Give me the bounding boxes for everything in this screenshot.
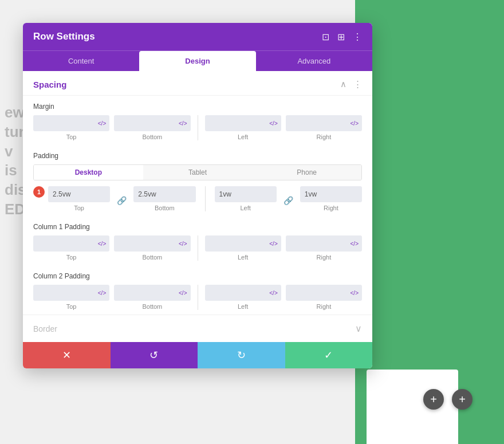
plus-button-2[interactable]: + — [452, 389, 472, 410]
c2-right-col: </> Right — [286, 285, 362, 310]
c2-top-col: </> Top — [33, 285, 109, 310]
pad-bottom-wrap — [133, 186, 195, 202]
padding-pair-right: Left 🔗 Right — [215, 186, 363, 211]
c2-right-wrap: </> — [286, 285, 362, 301]
col1-divider — [198, 235, 198, 261]
c2-left-input[interactable] — [205, 285, 281, 301]
plus-button-1[interactable]: + — [423, 389, 444, 410]
pad-bottom-col: Bottom — [133, 186, 195, 211]
section-icons: ∧ ⋮ — [340, 79, 362, 89]
col1-padding-label: Column 1 Padding — [33, 223, 362, 231]
pad-right-label: Right — [324, 205, 338, 211]
margin-right-col: </> Right — [286, 115, 362, 140]
c1-right-input[interactable] — [286, 235, 362, 252]
margin-pair-right: </> Left </> Right — [205, 115, 363, 140]
pad-left-input[interactable] — [215, 186, 277, 202]
device-tab-tablet[interactable]: Tablet — [143, 165, 253, 180]
col2-padding-label: Column 2 Padding — [33, 272, 362, 280]
padding-label: Padding — [33, 152, 362, 160]
col2-padding-group: Column 2 Padding </> Top </> — [23, 265, 372, 315]
pad-bottom-input[interactable] — [133, 186, 195, 202]
pad-top-input[interactable] — [48, 186, 110, 202]
more-icon[interactable]: ⋮ — [353, 32, 362, 42]
pad-left-label: Left — [240, 205, 250, 211]
c1-left-wrap: </> — [205, 235, 281, 252]
c2-top-label: Top — [66, 303, 77, 310]
c2-right-input[interactable] — [286, 285, 362, 301]
padding-pair-left: Top 🔗 Bottom — [48, 186, 196, 211]
tab-content[interactable]: Content — [23, 51, 139, 71]
margin-right-label: Right — [317, 133, 332, 140]
device-tabs: Desktop Tablet Phone — [33, 164, 362, 180]
margin-left-label: Left — [238, 133, 248, 140]
c1-top-input[interactable] — [33, 235, 109, 252]
spacing-section-header: Spacing ∧ ⋮ — [23, 71, 372, 96]
c2-bottom-wrap: </> — [114, 285, 190, 301]
pad-right-wrap — [300, 186, 362, 202]
header-icons: ⊡ ⊞ ⋮ — [322, 32, 362, 42]
margin-label: Margin — [33, 103, 362, 111]
tab-advanced[interactable]: Advanced — [256, 51, 372, 71]
pad-right-input[interactable] — [300, 186, 362, 202]
responsive-icon[interactable]: ⊡ — [322, 32, 329, 42]
pad-top-col: Top — [48, 186, 110, 211]
margin-divider — [198, 115, 198, 140]
save-button[interactable]: ✓ — [285, 342, 373, 368]
col1-pair-left: </> Top </> Bottom — [33, 235, 191, 261]
row-settings-modal: Row Settings ⊡ ⊞ ⋮ Content Design Advanc… — [23, 23, 372, 368]
c2-left-col: </> Left — [205, 285, 281, 310]
margin-top-input[interactable] — [33, 115, 109, 131]
padding-badge: 1 — [33, 186, 45, 198]
col2-pair-left: </> Top </> Bottom — [33, 285, 191, 310]
margin-right-input[interactable] — [286, 115, 362, 131]
collapse-icon[interactable]: ∧ — [340, 79, 346, 89]
col2-divider — [198, 285, 198, 310]
padding-divider — [205, 186, 206, 211]
border-chevron-icon[interactable]: ∨ — [355, 323, 362, 334]
tab-design[interactable]: Design — [139, 51, 255, 71]
pad-link-right[interactable]: 🔗 — [284, 186, 293, 211]
redo-button[interactable]: ↻ — [198, 342, 285, 368]
c2-right-label: Right — [317, 303, 332, 310]
padding-fields-row: 1 Top 🔗 — [33, 186, 362, 211]
margin-left-input[interactable] — [205, 115, 281, 131]
padding-group: Padding Desktop Tablet Phone 1 Top — [23, 145, 372, 216]
c1-right-wrap: </> — [286, 235, 362, 252]
c2-left-wrap: </> — [205, 285, 281, 301]
col1-pair-right: </> Left </> Right — [205, 235, 363, 261]
pad-link-left[interactable]: 🔗 — [117, 186, 127, 211]
c1-bottom-input[interactable] — [114, 235, 190, 252]
c1-left-input[interactable] — [205, 235, 281, 252]
reset-button[interactable]: ↺ — [111, 342, 198, 368]
margin-bottom-input[interactable] — [114, 115, 190, 131]
margin-left-col: </> Left — [205, 115, 281, 140]
col1-fields-row: </> Top </> Bottom — [33, 235, 362, 261]
margin-top-label: Top — [66, 133, 77, 140]
border-label: Border — [33, 324, 57, 333]
c1-bottom-col: </> Bottom — [114, 235, 190, 261]
columns-icon[interactable]: ⊞ — [337, 32, 345, 42]
device-tab-phone[interactable]: Phone — [252, 165, 361, 180]
pad-right-col: Right — [300, 186, 362, 211]
margin-right-wrap: </> — [286, 115, 362, 131]
pad-left-col: Left — [215, 186, 277, 211]
c1-bottom-wrap: </> — [114, 235, 190, 252]
modal-body: Spacing ∧ ⋮ Margin </> Top — [23, 71, 372, 342]
border-section: Border ∨ — [23, 315, 372, 342]
c2-top-input[interactable] — [33, 285, 109, 301]
section-settings-icon[interactable]: ⋮ — [353, 79, 362, 89]
c1-right-col: </> Right — [286, 235, 362, 261]
device-tab-desktop[interactable]: Desktop — [34, 165, 143, 180]
cancel-button[interactable]: ✕ — [23, 342, 111, 368]
c2-bottom-input[interactable] — [114, 285, 190, 301]
margin-bottom-col: </> Bottom — [114, 115, 190, 140]
margin-top-wrap: </> — [33, 115, 109, 131]
col1-padding-group: Column 1 Padding </> Top </> — [23, 216, 372, 265]
pad-bottom-label: Bottom — [155, 205, 175, 211]
col2-pair-right: </> Left </> Right — [205, 285, 363, 310]
c2-bottom-label: Bottom — [142, 303, 162, 310]
pad-left-wrap — [215, 186, 277, 202]
margin-fields-row: </> Top </> Bottom — [33, 115, 362, 140]
margin-bottom-label: Bottom — [142, 133, 162, 140]
padding-inner-row: Top 🔗 Bottom — [48, 186, 362, 211]
